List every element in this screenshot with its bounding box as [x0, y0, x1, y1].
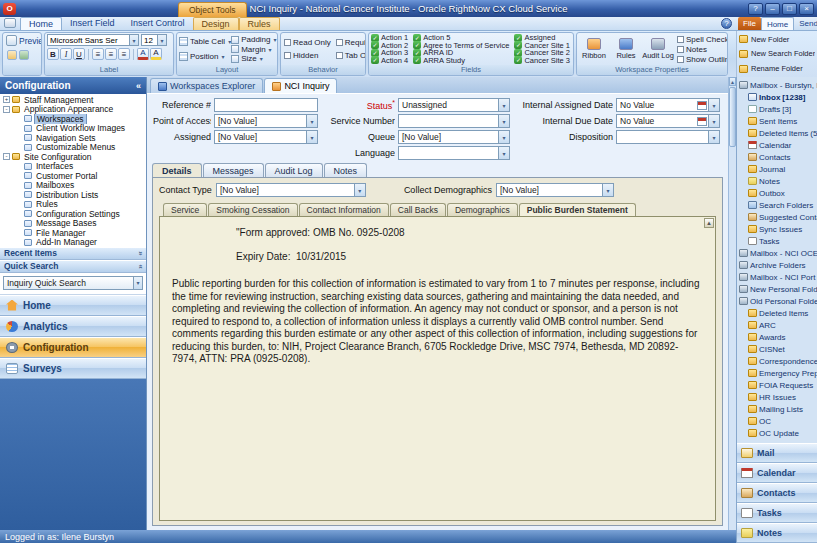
mail-folder-item[interactable]: Search Folders: [737, 199, 817, 211]
mail-folder-item[interactable]: Notes: [737, 175, 817, 187]
mail-folder-item[interactable]: OC: [737, 415, 817, 427]
mail-folder-item[interactable]: Awards: [737, 331, 817, 343]
mail-folder-item[interactable]: ARC: [737, 319, 817, 331]
system-menu-icon[interactable]: [4, 18, 16, 28]
queue-select[interactable]: [No Value] ▾: [398, 130, 510, 144]
language-select[interactable]: ▾: [398, 146, 510, 160]
tree-item[interactable]: - Site Configuration: [0, 152, 146, 162]
mail-folder-item[interactable]: Mailing Lists: [737, 403, 817, 415]
bold-button[interactable]: B: [47, 48, 59, 60]
detail-tab[interactable]: Notes: [324, 163, 368, 177]
disposition-select[interactable]: ▾: [616, 130, 720, 144]
collect-demographics-select[interactable]: [No Value] ▾: [496, 183, 614, 197]
minimize-button[interactable]: –: [765, 3, 780, 15]
tree-expander-icon[interactable]: -: [3, 153, 10, 160]
align-right-icon[interactable]: ≡: [118, 48, 130, 60]
mail-ribbon-button[interactable]: Rename Folder: [739, 64, 815, 73]
mail-nav-item[interactable]: Mail: [737, 443, 817, 463]
mail-folder-item[interactable]: Deleted Items: [737, 307, 817, 319]
mail-folder-item[interactable]: Archive Folders: [737, 259, 817, 271]
workspace-check[interactable]: Notes: [677, 45, 728, 54]
ribbon-tab[interactable]: Insert Control: [123, 17, 193, 30]
ribbon-tab[interactable]: Insert Field: [62, 17, 123, 30]
mail-folder-item[interactable]: Journal: [737, 163, 817, 175]
scrollbar-thumb[interactable]: [729, 87, 736, 147]
sidebar-nav-item[interactable]: Configuration: [0, 337, 146, 358]
scroll-up-icon[interactable]: ▲: [729, 77, 736, 86]
sidebar-nav-item[interactable]: Surveys: [0, 358, 146, 379]
mail-folder-item[interactable]: Deleted Items (5): [737, 127, 817, 139]
detail-sub-tab[interactable]: Service: [163, 203, 207, 216]
tree-item[interactable]: Interfaces: [0, 162, 146, 172]
mail-nav-item[interactable]: Tasks: [737, 503, 817, 523]
help-button[interactable]: ?: [748, 3, 763, 15]
font-size-select[interactable]: 12 ▾: [141, 34, 167, 46]
mail-ribbon-tab[interactable]: File: [738, 17, 761, 30]
detail-sub-tab[interactable]: Demographics: [447, 203, 518, 216]
mail-folder-item[interactable]: Calendar: [737, 139, 817, 151]
tree-item[interactable]: Customer Portal: [0, 171, 146, 181]
align-left-icon[interactable]: ≡: [92, 48, 104, 60]
scrollbar-track[interactable]: [729, 148, 736, 534]
sidebar-nav-item[interactable]: Analytics: [0, 316, 146, 337]
tree-item[interactable]: + Staff Management: [0, 95, 146, 105]
internal-due-date-picker[interactable]: No Value ▾: [616, 114, 720, 128]
mail-folder-item[interactable]: OC Update: [737, 427, 817, 439]
italic-button[interactable]: I: [60, 48, 72, 60]
close-button[interactable]: ×: [799, 3, 814, 15]
recent-items-band[interactable]: Recent Items »: [0, 247, 146, 260]
preview-button[interactable]: Preview: [5, 34, 39, 47]
field-toggle[interactable]: ✓ ARRA Study: [413, 56, 510, 65]
detail-sub-tab[interactable]: Public Burden Statement: [519, 203, 636, 216]
text-label-icon[interactable]: [7, 50, 17, 60]
tree-item[interactable]: Configuration Settings: [0, 209, 146, 219]
workspace-check[interactable]: Show Outline: [677, 55, 728, 64]
help-icon[interactable]: ?: [721, 18, 732, 29]
mail-folder-item[interactable]: FOIA Requests: [737, 379, 817, 391]
mail-ribbon-button[interactable]: New Search Folder: [739, 49, 815, 58]
workspace-property-button[interactable]: Ribbon: [579, 34, 609, 64]
detail-tab[interactable]: Details: [152, 163, 202, 177]
detail-tab[interactable]: Messages: [203, 163, 264, 177]
tree-item[interactable]: Customizable Menus: [0, 143, 146, 153]
highlight-color-button[interactable]: A: [150, 48, 162, 60]
assigned-select[interactable]: [No Value] ▾: [214, 130, 318, 144]
mail-ribbon-tab[interactable]: Home: [761, 17, 794, 30]
mail-folder-item[interactable]: Drafts [3]: [737, 103, 817, 115]
collapse-sidebar-icon[interactable]: «: [136, 81, 141, 91]
mail-ribbon-tab[interactable]: Send /: [794, 17, 817, 30]
detail-sub-tab[interactable]: Contact Information: [299, 203, 389, 216]
mail-folder-item[interactable]: Sent Items: [737, 115, 817, 127]
tree-item[interactable]: Workspaces: [0, 114, 146, 124]
tree-item[interactable]: Mailboxes: [0, 181, 146, 191]
mail-folder-item[interactable]: Mailbox - Burstyn, Bene (NIH...: [737, 79, 817, 91]
field-toggle[interactable]: ✓ Cancer Site 3: [514, 56, 571, 65]
behavior-toggle[interactable]: Tab Order: [336, 51, 366, 60]
ribbon-tab[interactable]: Home: [20, 17, 62, 30]
workspace-property-button[interactable]: Audit Log: [643, 34, 673, 64]
mail-folder-item[interactable]: New Personal Folders: [737, 283, 817, 295]
tree-item[interactable]: Navigation Sets: [0, 133, 146, 143]
tree-item[interactable]: Add-In Manager: [0, 238, 146, 247]
behavior-toggle[interactable]: Hidden: [284, 51, 331, 60]
workspace-tab[interactable]: Workspaces Explorer: [150, 78, 263, 93]
align-center-icon[interactable]: ≡: [105, 48, 117, 60]
workspace-property-button[interactable]: Rules: [611, 34, 641, 64]
mail-folder-item[interactable]: Old Personal Folders: [737, 295, 817, 307]
font-color-button[interactable]: A: [137, 48, 149, 60]
service-number-select[interactable]: ▾: [398, 114, 510, 128]
ribbon-tab[interactable]: Design: [193, 17, 239, 30]
tree-item[interactable]: Rules: [0, 200, 146, 210]
layout-option-button[interactable]: Size ▾: [231, 54, 276, 63]
tree-expander-icon[interactable]: +: [3, 96, 10, 103]
ribbon-tab[interactable]: Rules: [239, 17, 280, 30]
scroll-up-icon[interactable]: ▲: [704, 218, 714, 228]
main-scrollbar[interactable]: ▲ ▼: [728, 77, 736, 543]
layout-button[interactable]: Position ▾: [179, 52, 231, 61]
workspace-tab[interactable]: NCI Inquiry: [264, 78, 337, 93]
image-tool-icon[interactable]: [19, 50, 29, 60]
mail-folder-item[interactable]: Mailbox - NCI OCE Training T...: [737, 247, 817, 259]
tree-expander-icon[interactable]: -: [3, 106, 10, 113]
mail-folder-item[interactable]: Tasks: [737, 235, 817, 247]
maximize-button[interactable]: □: [782, 3, 797, 15]
